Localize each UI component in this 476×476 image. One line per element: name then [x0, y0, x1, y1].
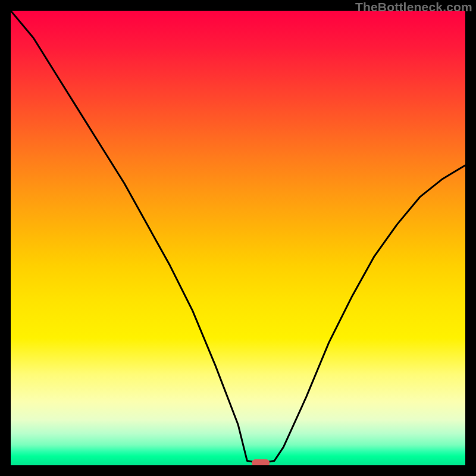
curve-layer — [11, 11, 465, 465]
attribution-label: TheBottleneck.com — [355, 0, 472, 14]
optimal-marker — [252, 459, 270, 465]
bottleneck-curve — [11, 11, 465, 463]
chart-canvas: TheBottleneck.com — [0, 0, 476, 476]
plot-area — [11, 11, 465, 465]
